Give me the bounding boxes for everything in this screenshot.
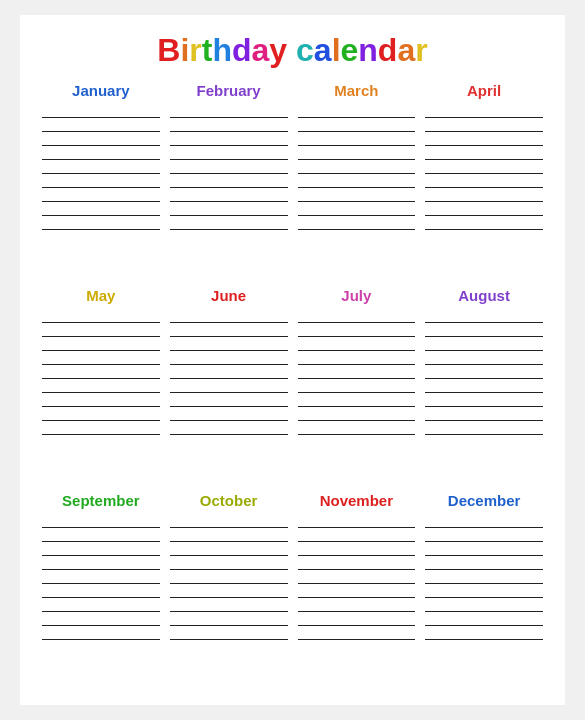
- calendar-line[interactable]: [298, 337, 416, 351]
- calendar-line[interactable]: [425, 379, 543, 393]
- calendar-line[interactable]: [298, 626, 416, 640]
- calendar-line[interactable]: [298, 421, 416, 435]
- calendar-line[interactable]: [170, 202, 288, 216]
- calendar-line[interactable]: [298, 528, 416, 542]
- calendar-line[interactable]: [42, 556, 160, 570]
- calendar-line[interactable]: [170, 365, 288, 379]
- calendar-line[interactable]: [42, 132, 160, 146]
- calendar-line[interactable]: [298, 556, 416, 570]
- calendar-line[interactable]: [42, 379, 160, 393]
- calendar-line[interactable]: [42, 570, 160, 584]
- calendar-line[interactable]: [170, 104, 288, 118]
- calendar-line[interactable]: [170, 160, 288, 174]
- calendar-line[interactable]: [425, 570, 543, 584]
- calendar-line[interactable]: [298, 379, 416, 393]
- calendar-line[interactable]: [42, 118, 160, 132]
- calendar-line[interactable]: [42, 174, 160, 188]
- calendar-line[interactable]: [170, 584, 288, 598]
- calendar-line[interactable]: [425, 118, 543, 132]
- calendar-line[interactable]: [42, 598, 160, 612]
- calendar-line[interactable]: [170, 174, 288, 188]
- calendar-line[interactable]: [42, 407, 160, 421]
- calendar-line[interactable]: [42, 514, 160, 528]
- calendar-line[interactable]: [170, 118, 288, 132]
- calendar-line[interactable]: [425, 202, 543, 216]
- calendar-line[interactable]: [42, 584, 160, 598]
- calendar-line[interactable]: [425, 514, 543, 528]
- calendar-line[interactable]: [425, 188, 543, 202]
- calendar-line[interactable]: [170, 337, 288, 351]
- calendar-line[interactable]: [170, 598, 288, 612]
- calendar-line[interactable]: [298, 323, 416, 337]
- calendar-line[interactable]: [298, 598, 416, 612]
- calendar-line[interactable]: [42, 393, 160, 407]
- calendar-line[interactable]: [170, 216, 288, 230]
- calendar-line[interactable]: [170, 407, 288, 421]
- calendar-line[interactable]: [170, 393, 288, 407]
- calendar-line[interactable]: [42, 612, 160, 626]
- calendar-line[interactable]: [170, 542, 288, 556]
- calendar-line[interactable]: [170, 556, 288, 570]
- calendar-line[interactable]: [42, 160, 160, 174]
- calendar-line[interactable]: [425, 365, 543, 379]
- calendar-line[interactable]: [425, 612, 543, 626]
- calendar-line[interactable]: [298, 393, 416, 407]
- calendar-line[interactable]: [425, 337, 543, 351]
- calendar-line[interactable]: [42, 351, 160, 365]
- calendar-line[interactable]: [170, 146, 288, 160]
- calendar-line[interactable]: [298, 407, 416, 421]
- calendar-line[interactable]: [425, 421, 543, 435]
- calendar-line[interactable]: [298, 570, 416, 584]
- calendar-line[interactable]: [170, 570, 288, 584]
- calendar-line[interactable]: [298, 174, 416, 188]
- calendar-line[interactable]: [425, 407, 543, 421]
- calendar-line[interactable]: [425, 528, 543, 542]
- calendar-line[interactable]: [425, 626, 543, 640]
- calendar-line[interactable]: [425, 174, 543, 188]
- calendar-line[interactable]: [298, 584, 416, 598]
- calendar-line[interactable]: [425, 146, 543, 160]
- calendar-line[interactable]: [170, 514, 288, 528]
- calendar-line[interactable]: [425, 393, 543, 407]
- calendar-line[interactable]: [298, 542, 416, 556]
- calendar-line[interactable]: [425, 584, 543, 598]
- calendar-line[interactable]: [298, 365, 416, 379]
- calendar-line[interactable]: [42, 309, 160, 323]
- calendar-line[interactable]: [170, 421, 288, 435]
- calendar-line[interactable]: [425, 351, 543, 365]
- calendar-line[interactable]: [42, 323, 160, 337]
- calendar-line[interactable]: [42, 542, 160, 556]
- calendar-line[interactable]: [42, 421, 160, 435]
- calendar-line[interactable]: [425, 309, 543, 323]
- calendar-line[interactable]: [425, 132, 543, 146]
- calendar-line[interactable]: [42, 626, 160, 640]
- calendar-line[interactable]: [170, 528, 288, 542]
- calendar-line[interactable]: [298, 612, 416, 626]
- calendar-line[interactable]: [42, 337, 160, 351]
- calendar-line[interactable]: [298, 351, 416, 365]
- calendar-line[interactable]: [42, 365, 160, 379]
- calendar-line[interactable]: [425, 323, 543, 337]
- calendar-line[interactable]: [170, 626, 288, 640]
- calendar-line[interactable]: [298, 514, 416, 528]
- calendar-line[interactable]: [425, 216, 543, 230]
- calendar-line[interactable]: [42, 202, 160, 216]
- calendar-line[interactable]: [298, 216, 416, 230]
- calendar-line[interactable]: [298, 309, 416, 323]
- calendar-line[interactable]: [298, 146, 416, 160]
- calendar-line[interactable]: [42, 188, 160, 202]
- calendar-line[interactable]: [425, 160, 543, 174]
- calendar-line[interactable]: [170, 309, 288, 323]
- calendar-line[interactable]: [42, 146, 160, 160]
- calendar-line[interactable]: [170, 379, 288, 393]
- calendar-line[interactable]: [298, 188, 416, 202]
- calendar-line[interactable]: [170, 188, 288, 202]
- calendar-line[interactable]: [298, 104, 416, 118]
- calendar-line[interactable]: [425, 104, 543, 118]
- calendar-line[interactable]: [170, 612, 288, 626]
- calendar-line[interactable]: [298, 202, 416, 216]
- calendar-line[interactable]: [170, 132, 288, 146]
- calendar-line[interactable]: [170, 351, 288, 365]
- calendar-line[interactable]: [298, 118, 416, 132]
- calendar-line[interactable]: [42, 528, 160, 542]
